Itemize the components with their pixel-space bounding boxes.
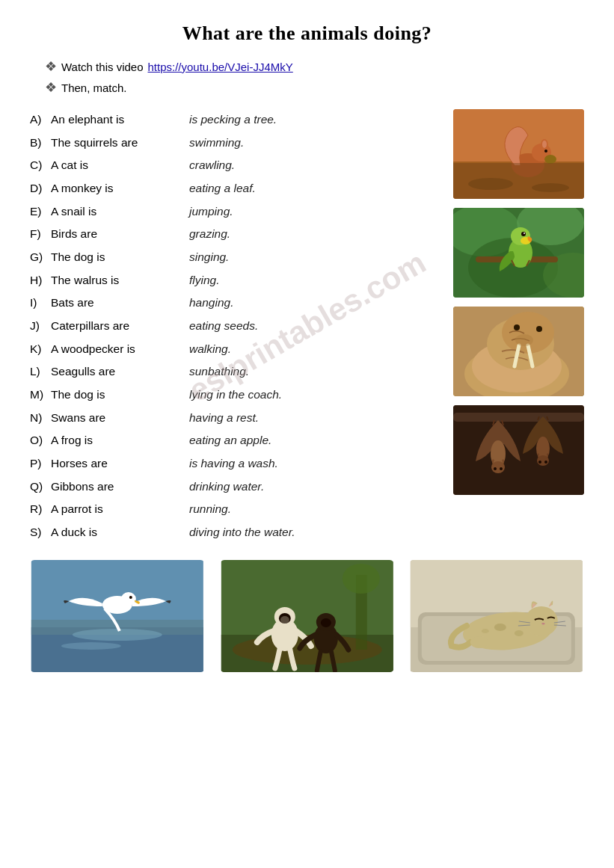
main-content: A)An elephant isis pecking a tree.B)The … (30, 109, 584, 545)
row-letter: F) (30, 224, 51, 245)
instructions-section: ❖ Watch this video https://youtu.be/VJei… (45, 58, 584, 96)
row-letter: C) (30, 155, 51, 176)
row-letter: M) (30, 384, 51, 406)
table-row: I)Bats arehanging. (30, 292, 446, 314)
photo-gibbons (220, 560, 395, 672)
row-letter: O) (30, 430, 51, 452)
table-row: C)A cat iscrawling. (30, 155, 446, 176)
table-row: D)A monkey iseating a leaf. (30, 178, 446, 200)
row-action: flying. (189, 270, 446, 292)
row-action: swimming. (189, 132, 446, 154)
row-letter: S) (30, 522, 51, 544)
table-row: F)Birds aregrazing. (30, 224, 446, 245)
svg-point-41 (538, 461, 541, 464)
row-action: is pecking a tree. (189, 109, 446, 131)
svg-point-51 (121, 592, 136, 606)
row-letter: J) (30, 316, 51, 337)
row-action: walking. (189, 339, 446, 360)
row-letter: E) (30, 201, 51, 223)
svg-point-19 (521, 232, 526, 236)
video-link[interactable]: https://youtu.be/VJei-JJ4MkY (148, 61, 293, 73)
table-row: R)A parrot isrunning. (30, 499, 446, 520)
row-subject: Horses are (51, 453, 189, 475)
svg-point-29 (536, 326, 542, 332)
svg-point-9 (532, 183, 569, 192)
table-row: E)A snail isjumping. (30, 201, 446, 223)
svg-rect-32 (453, 413, 584, 422)
row-subject: An elephant is (51, 109, 189, 131)
row-letter: G) (30, 247, 51, 268)
svg-point-35 (494, 467, 497, 470)
svg-point-49 (61, 642, 121, 650)
instruction-text-2: Then, match. (61, 81, 127, 94)
row-letter: D) (30, 178, 51, 200)
svg-point-48 (73, 629, 162, 641)
svg-point-61 (280, 616, 289, 624)
table-row: P)Horses areis having a wash. (30, 453, 446, 475)
svg-point-77 (482, 629, 489, 633)
svg-point-40 (537, 455, 549, 466)
table-row: L)Seagulls aresunbathing. (30, 361, 446, 383)
row-subject: A cat is (51, 155, 189, 176)
table-row: K)A woodpecker iswalking. (30, 339, 446, 360)
svg-point-64 (321, 618, 331, 627)
table-row: Q)Gibbons aredrinking water. (30, 476, 446, 498)
photo-squirrel (453, 109, 584, 199)
svg-point-36 (500, 467, 503, 470)
svg-point-6 (544, 150, 547, 153)
items-section: A)An elephant isis pecking a tree.B)The … (30, 109, 446, 545)
svg-point-52 (129, 596, 132, 599)
row-subject: Seagulls are (51, 361, 189, 383)
svg-rect-1 (453, 161, 584, 199)
row-subject: A duck is (51, 522, 189, 544)
table-row: N)Swans arehaving a rest. (30, 407, 446, 429)
svg-point-75 (494, 624, 506, 631)
rows-container: A)An elephant isis pecking a tree.B)The … (30, 109, 446, 544)
row-action: crawling. (189, 155, 446, 176)
photo-parrot (453, 208, 584, 298)
row-action: drinking water. (189, 476, 446, 498)
photo-walrus (453, 307, 584, 396)
row-subject: The dog is (51, 247, 189, 268)
row-action: lying in the coach. (189, 384, 446, 406)
svg-point-8 (468, 178, 513, 190)
row-subject: Birds are (51, 224, 189, 245)
row-action: having a rest. (189, 407, 446, 429)
row-letter: L) (30, 361, 51, 383)
row-action: singing. (189, 247, 446, 268)
svg-point-57 (343, 564, 380, 594)
bullet-icon-2: ❖ (45, 79, 57, 96)
row-letter: K) (30, 339, 51, 360)
row-action: jumping. (189, 201, 446, 223)
table-row: A)An elephant isis pecking a tree. (30, 109, 446, 131)
svg-point-70 (525, 606, 558, 636)
bullet-icon-1: ❖ (45, 58, 57, 75)
row-subject: A snail is (51, 201, 189, 223)
photos-right (446, 109, 584, 545)
svg-point-28 (514, 324, 520, 330)
svg-point-78 (470, 636, 488, 648)
row-action: diving into the water. (189, 522, 446, 544)
row-subject: The squirrels are (51, 132, 189, 154)
row-letter: N) (30, 407, 51, 429)
row-subject: Bats are (51, 292, 189, 314)
row-action: sunbathing. (189, 361, 446, 383)
row-subject: A woodpecker is (51, 339, 189, 360)
row-subject: The dog is (51, 384, 189, 406)
row-subject: A frog is (51, 430, 189, 452)
row-action: is having a wash. (189, 453, 446, 475)
page-title: What are the animals doing? (30, 22, 584, 45)
table-row: G)The dog issinging. (30, 247, 446, 268)
bottom-photos (30, 560, 584, 672)
photo-bats (453, 405, 584, 495)
table-row: B)The squirrels areswimming. (30, 132, 446, 154)
table-row: M)The dog islying in the coach. (30, 384, 446, 406)
svg-point-5 (542, 141, 547, 148)
table-row: H)The walrus isflying. (30, 270, 446, 292)
row-action: running. (189, 499, 446, 520)
row-action: grazing. (189, 224, 446, 245)
photo-seagull (30, 560, 205, 672)
row-letter: I) (30, 292, 51, 314)
row-subject: Gibbons are (51, 476, 189, 498)
row-action: eating seeds. (189, 316, 446, 337)
